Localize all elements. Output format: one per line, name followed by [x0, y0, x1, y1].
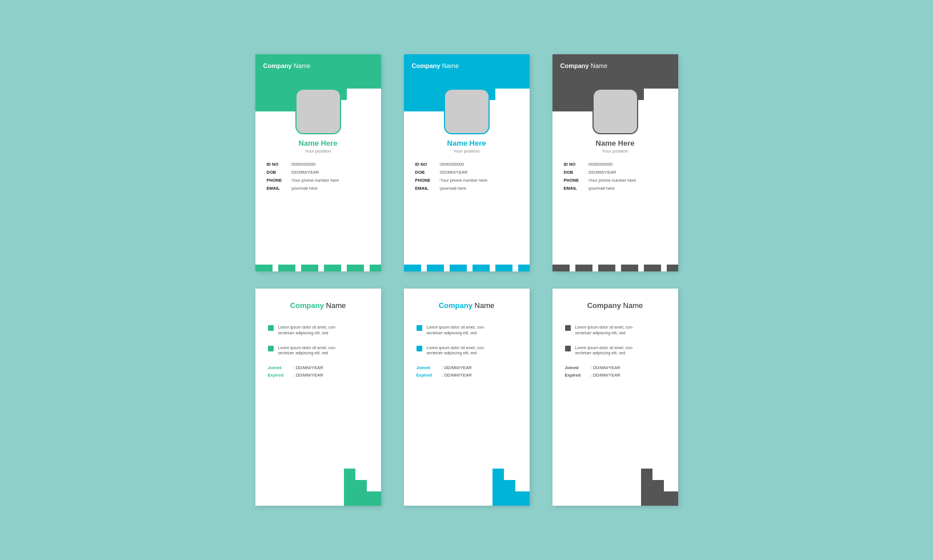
svg-rect-16	[575, 265, 592, 271]
svg-rect-8	[404, 265, 421, 271]
bottom-shape-dark	[552, 254, 678, 271]
back-company-green: Company Name	[255, 289, 381, 310]
bullet-square-dark	[565, 325, 571, 331]
bullet-square-green	[268, 325, 274, 331]
front-card-green: Company Name Name Here Your position ID …	[255, 54, 381, 271]
back-card-dark: Company Name Lorem ipsum dolor sit amet,…	[552, 289, 678, 506]
info-section-blue: ID NO:0000000000 DOB:DD/MM/YEAR PHONE:Yo…	[415, 162, 524, 194]
photo-placeholder-green	[295, 89, 341, 134]
bullet-item-2-blue: Lorem ipsum dolor sit amet, con-sectetue…	[417, 345, 517, 357]
photo-placeholder-blue	[444, 89, 490, 134]
svg-rect-19	[644, 265, 661, 271]
dates-green: Joined: DD/MM/YEAR Expired: DD/MM/YEAR	[268, 365, 369, 378]
svg-rect-4	[324, 265, 341, 271]
back-card-green: Company Name Lorem ipsum dolor sit amet,…	[255, 289, 381, 506]
photo-placeholder-dark	[592, 89, 638, 134]
company-name-front-dark: Company Name	[560, 62, 608, 69]
bottom-shape-blue	[404, 254, 530, 271]
bullet-list-dark: Lorem ipsum dolor sit amet, con-sectetue…	[565, 325, 666, 356]
info-section-dark: ID NO:0000000000 DOB:DD/MM/YEAR PHONE:Yo…	[564, 162, 672, 194]
svg-rect-25	[344, 480, 355, 506]
svg-rect-11	[472, 265, 490, 271]
dates-blue: Joined: DD/MM/YEAR Expired: DD/MM/YEAR	[417, 365, 517, 378]
dates-dark: Joined: DD/MM/YEAR Expired: DD/MM/YEAR	[565, 365, 666, 378]
bullet-item-2-green: Lorem ipsum dolor sit amet, con-sectetue…	[268, 345, 369, 357]
bullet-list-green: Lorem ipsum dolor sit amet, con-sectetue…	[268, 325, 369, 356]
front-card-blue: Company Name Name Here Your position ID …	[404, 54, 530, 271]
svg-rect-20	[667, 265, 678, 271]
svg-rect-35	[641, 480, 652, 506]
bullet-item-1-green: Lorem ipsum dolor sit amet, con-sectetue…	[268, 325, 369, 336]
svg-rect-13	[518, 265, 530, 271]
bullet-square-blue-2	[417, 346, 422, 351]
svg-rect-10	[450, 265, 467, 271]
bullet-square-green-2	[268, 346, 274, 351]
bullet-item-1-dark: Lorem ipsum dolor sit amet, con-sectetue…	[565, 325, 666, 336]
back-card-blue: Company Name Lorem ipsum dolor sit amet,…	[404, 289, 530, 506]
svg-rect-12	[495, 265, 512, 271]
svg-rect-2	[278, 265, 295, 271]
bullet-item-2-dark: Lorem ipsum dolor sit amet, con-sectetue…	[565, 345, 666, 357]
stair-blue	[484, 460, 530, 506]
back-company-dark: Company Name	[552, 289, 678, 310]
bottom-shape-green	[255, 254, 381, 271]
bullet-square-blue	[417, 325, 422, 331]
svg-rect-1	[255, 265, 273, 271]
bullet-item-1-blue: Lorem ipsum dolor sit amet, con-sectetue…	[417, 325, 517, 336]
front-card-dark: Company Name Name Here Your position ID …	[552, 54, 678, 271]
svg-rect-15	[552, 265, 570, 271]
svg-rect-26	[515, 491, 530, 506]
back-company-blue: Company Name	[404, 289, 530, 310]
name-section-green: Name Here Your position	[255, 139, 381, 154]
company-name-front-green: Company Name	[263, 62, 311, 69]
stair-dark	[632, 460, 678, 506]
svg-rect-31	[664, 491, 678, 506]
card-grid: Company Name Name Here Your position ID …	[255, 54, 678, 506]
svg-rect-17	[598, 265, 615, 271]
info-section-green: ID NO:0000000000 DOB:DD/MM/YEAR PHONE:Yo…	[267, 162, 375, 194]
svg-rect-30	[492, 480, 504, 506]
company-name-front-blue: Company Name	[412, 62, 459, 69]
name-section-blue: Name Here Your position	[404, 139, 530, 154]
svg-rect-9	[427, 265, 444, 271]
svg-rect-6	[370, 265, 381, 271]
svg-rect-3	[301, 265, 318, 271]
stair-green	[335, 460, 381, 506]
name-section-dark: Name Here Your position	[552, 139, 678, 154]
bullet-square-dark-2	[565, 346, 571, 351]
svg-rect-5	[347, 265, 364, 271]
svg-rect-18	[621, 265, 638, 271]
bullet-list-blue: Lorem ipsum dolor sit amet, con-sectetue…	[417, 325, 517, 356]
svg-rect-21	[367, 491, 381, 506]
